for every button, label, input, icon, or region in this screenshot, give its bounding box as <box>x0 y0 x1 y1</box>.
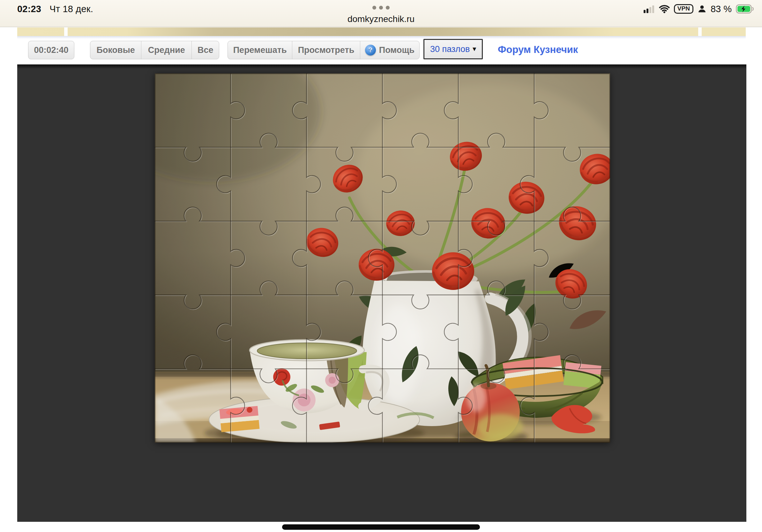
puzzle-count-select[interactable]: 30 пазлов ▼ <box>423 39 483 59</box>
home-indicator[interactable] <box>282 524 480 530</box>
status-date: Чт 18 дек. <box>49 4 93 14</box>
puzzle-canvas[interactable] <box>17 64 746 522</box>
status-left: 02:23Чт 18 дек. <box>17 4 93 14</box>
status-right: VPN 83 % <box>644 3 755 15</box>
help-label: Помощь <box>379 45 415 55</box>
help-button[interactable]: ? Помощь <box>360 41 419 59</box>
chevron-down-icon: ▼ <box>471 46 477 53</box>
tab-overflow-dots-icon[interactable] <box>372 6 390 10</box>
banner-shadow <box>17 36 746 39</box>
battery-percent: 83 % <box>711 4 732 14</box>
shuffle-label: Перемешать <box>233 45 287 55</box>
question-ball-icon: ? <box>365 45 376 55</box>
user-icon <box>698 4 707 13</box>
filter-label: Боковые <box>96 45 135 55</box>
filter-all-pieces-button[interactable]: Все <box>191 41 219 59</box>
still-life-image <box>155 73 610 443</box>
forum-link[interactable]: Форум Кузнечик <box>498 44 578 55</box>
preview-label: Просмотреть <box>298 45 354 55</box>
status-bar: 02:23Чт 18 дек. domkyznechik.ru VPN 8 <box>0 0 762 27</box>
filter-label: Средние <box>148 45 185 55</box>
home-strip <box>0 522 762 532</box>
filter-middle-pieces-button[interactable]: Средние <box>141 41 191 59</box>
action-group: Перемешать Просмотреть ? Помощь <box>228 41 419 59</box>
wifi-icon <box>659 5 670 13</box>
preview-button[interactable]: Просмотреть <box>292 41 360 59</box>
puzzle-count-value: 30 пазлов <box>430 44 470 54</box>
cellular-signal-icon <box>644 5 655 13</box>
filter-edge-pieces-button[interactable]: Боковые <box>90 41 141 59</box>
timer-value: 00:02:40 <box>34 45 68 55</box>
shuffle-button[interactable]: Перемешать <box>228 41 292 59</box>
timer-button[interactable]: 00:02:40 <box>28 41 74 59</box>
battery-charging-icon <box>736 4 755 14</box>
piece-filter-group: Боковые Средние Все <box>90 41 219 59</box>
filter-label: Все <box>197 45 213 55</box>
vpn-badge: VPN <box>674 4 693 14</box>
puzzle-board[interactable] <box>155 73 610 443</box>
screen: 02:23Чт 18 дек. domkyznechik.ru VPN 8 <box>0 0 762 532</box>
status-time: 02:23 <box>17 4 41 14</box>
banner-divider <box>698 28 702 36</box>
banner-divider <box>64 28 68 36</box>
address-url[interactable]: domkyznechik.ru <box>347 14 415 24</box>
page-header-banner <box>17 28 746 36</box>
